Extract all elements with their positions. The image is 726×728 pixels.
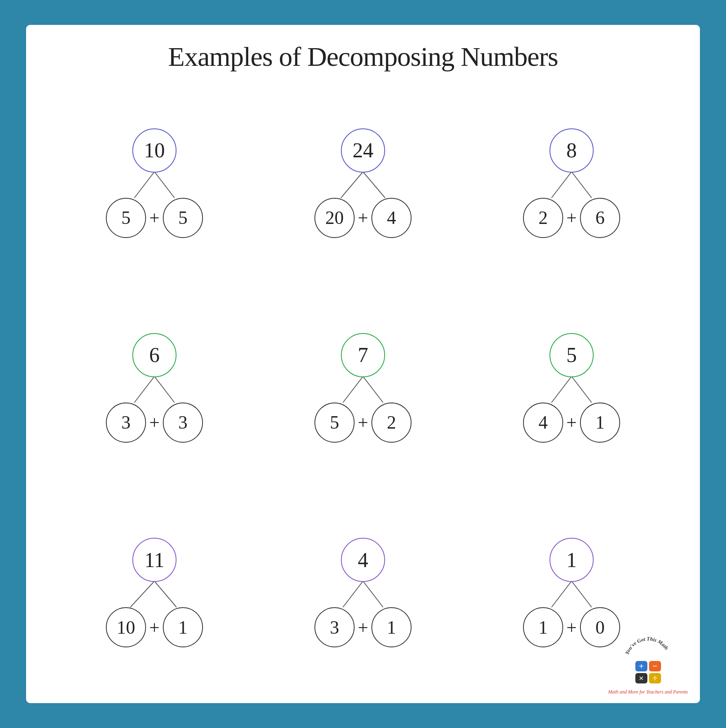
plus-24: + [358, 207, 368, 228]
svg-line-14 [343, 581, 363, 607]
svg-line-16 [552, 581, 572, 607]
branch-5 [527, 376, 616, 405]
top-circle-6: 6 [132, 333, 176, 377]
branch-24 [319, 172, 407, 200]
svg-line-9 [363, 376, 383, 403]
svg-line-3 [363, 172, 385, 198]
tree-7: 7 5 + 2 [259, 289, 467, 486]
svg-line-13 [154, 581, 176, 607]
plus-6: + [149, 412, 160, 433]
logo-area: You've Got This Math + − × ÷ Math and Mo… [608, 635, 688, 695]
svg-line-6 [134, 376, 154, 403]
plus-8: + [566, 207, 577, 228]
svg-line-8 [343, 376, 363, 403]
branch-10 [110, 172, 199, 200]
top-circle-5: 5 [550, 333, 594, 377]
plus-5: + [566, 412, 577, 433]
top-circle-11: 11 [132, 538, 176, 582]
bottom-row-6: 3 + 3 [106, 403, 203, 443]
svg-line-0 [134, 172, 154, 198]
plus-1: + [566, 617, 577, 638]
left-circle-7: 5 [314, 403, 355, 443]
branch-11 [110, 581, 199, 609]
left-circle-11: 10 [106, 607, 146, 647]
tree-4: 4 3 + 1 [259, 494, 467, 691]
top-circle-24: 24 [341, 128, 385, 173]
svg-line-15 [363, 581, 383, 607]
svg-line-4 [552, 172, 572, 198]
right-circle-4: 1 [371, 607, 412, 647]
page-title: Examples of Decomposing Numbers [168, 41, 558, 73]
plus-10: + [149, 207, 160, 228]
top-circle-7: 7 [341, 333, 385, 377]
svg-line-2 [341, 172, 363, 198]
svg-line-12 [130, 581, 154, 607]
bottom-row-7: 5 + 2 [314, 403, 412, 443]
bottom-row-24: 20 + 4 [314, 198, 412, 238]
left-circle-5: 4 [523, 403, 563, 443]
svg-text:You've Got This Math: You've Got This Math [624, 636, 669, 655]
svg-line-10 [552, 376, 572, 403]
plus-icon-cell: + [635, 661, 647, 671]
bottom-row-1: 1 + 0 [523, 607, 620, 647]
tree-5: 5 4 + 1 [467, 289, 676, 486]
bottom-row-11: 10 + 1 [106, 607, 203, 647]
tree-6: 6 3 + 3 [50, 289, 259, 486]
right-circle-24: 4 [371, 198, 412, 238]
right-circle-6: 3 [163, 403, 203, 443]
svg-line-11 [572, 376, 592, 403]
left-circle-1: 1 [523, 607, 563, 647]
right-circle-5: 1 [580, 403, 620, 443]
right-circle-8: 6 [580, 198, 620, 238]
svg-line-17 [572, 581, 592, 607]
tree-8: 8 2 + 6 [467, 85, 676, 281]
branch-4 [319, 581, 407, 609]
bottom-row-8: 2 + 6 [523, 198, 620, 238]
times-icon-cell: × [635, 673, 647, 683]
logo-wrapper: You've Got This Math + − × ÷ [622, 635, 674, 687]
right-circle-7: 2 [371, 403, 412, 443]
top-circle-1: 1 [550, 538, 594, 582]
plus-4: + [358, 617, 368, 638]
left-circle-4: 3 [314, 607, 355, 647]
main-card: Examples of Decomposing Numbers 10 5 + 5 [26, 25, 700, 703]
logo-tagline: Math and More for Teachers and Parents [608, 689, 688, 695]
right-circle-11: 1 [163, 607, 203, 647]
left-circle-8: 2 [523, 198, 563, 238]
right-circle-10: 5 [163, 198, 203, 238]
svg-line-1 [154, 172, 174, 198]
bottom-row-5: 4 + 1 [523, 403, 620, 443]
top-circle-10: 10 [132, 128, 176, 173]
plus-7: + [358, 412, 368, 433]
left-circle-6: 3 [106, 403, 146, 443]
top-circle-8: 8 [550, 128, 594, 173]
bottom-row-10: 5 + 5 [106, 198, 203, 238]
tree-24: 24 20 + 4 [259, 85, 467, 281]
top-circle-4: 4 [341, 538, 385, 582]
plus-11: + [149, 617, 160, 638]
branch-1 [527, 581, 616, 609]
branch-7 [319, 376, 407, 405]
divide-icon-cell: ÷ [649, 673, 661, 683]
left-circle-24: 20 [314, 198, 355, 238]
minus-icon-cell: − [649, 661, 661, 671]
left-circle-10: 5 [106, 198, 146, 238]
tree-11: 11 10 + 1 [50, 494, 259, 691]
bottom-row-4: 3 + 1 [314, 607, 412, 647]
svg-line-7 [154, 376, 174, 403]
svg-line-5 [572, 172, 592, 198]
branch-6 [110, 376, 199, 405]
tree-grid: 10 5 + 5 24 [50, 85, 676, 691]
tree-10: 10 5 + 5 [50, 85, 259, 281]
branch-8 [527, 172, 616, 200]
